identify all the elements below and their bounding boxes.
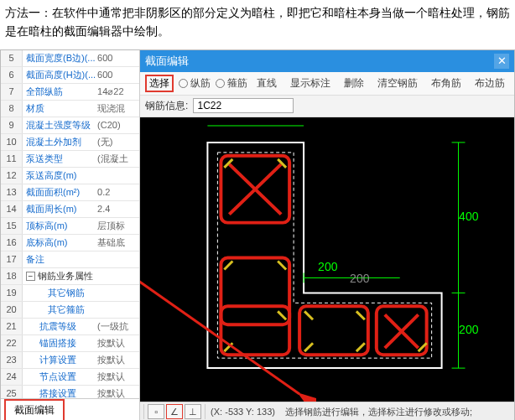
snap-ortho-icon[interactable]: ⊥ — [185, 404, 201, 419]
row-number: 14 — [1, 201, 23, 217]
property-row[interactable]: 21抗震等级(一级抗 — [1, 319, 139, 335]
property-name: 顶标高(m) — [23, 220, 96, 232]
rebar-info-input[interactable] — [193, 98, 294, 113]
property-row[interactable]: 23计算设置按默认 — [1, 352, 139, 369]
tab-section-edit[interactable]: 截面编辑 — [4, 399, 65, 420]
svg-line-14 — [278, 311, 286, 319]
property-value[interactable]: (无) — [96, 136, 139, 148]
property-value[interactable]: 14⌀22 — [96, 86, 139, 97]
bottom-tab-bar: 截面编辑 — [1, 398, 139, 420]
collapse-icon[interactable]: − — [26, 272, 35, 281]
property-row[interactable]: 16底标高(m)基础底 — [1, 235, 139, 251]
property-name: 泵送高度(m) — [23, 169, 96, 182]
property-value[interactable]: 按默认 — [96, 354, 139, 366]
property-value[interactable]: 2.4 — [96, 204, 139, 214]
svg-line-13 — [224, 343, 232, 351]
editor-infobar: 钢筋信息: — [140, 96, 514, 117]
svg-line-17 — [304, 343, 313, 351]
row-number: 8 — [1, 101, 23, 117]
property-row[interactable]: 22锚固搭接按默认 — [1, 335, 139, 352]
section-editor: 截面编辑 ✕ 选择 纵筋 箍筋 直线 显示标注 删除 清空钢筋 布角筋 布边筋 … — [140, 50, 514, 420]
property-row[interactable]: 17备注 — [1, 251, 139, 268]
row-number: 11 — [1, 151, 23, 167]
property-value[interactable]: (一级抗 — [96, 320, 139, 333]
row-number: 18 — [1, 268, 23, 284]
property-row[interactable]: 15顶标高(m)层顶标 — [1, 218, 139, 235]
property-row[interactable]: 14截面周长(m)2.4 — [1, 201, 139, 218]
radio-longitudinal[interactable]: 纵筋 — [179, 76, 211, 91]
property-name: 底标高(m) — [23, 236, 96, 249]
delete-tool[interactable]: 删除 — [340, 75, 368, 92]
close-icon[interactable]: ✕ — [494, 54, 509, 69]
edge-rebar-tool[interactable]: 布边筋 — [471, 75, 509, 92]
clear-rebar-tool[interactable]: 清空钢筋 — [373, 75, 422, 92]
line-tool[interactable]: 直线 — [252, 75, 281, 92]
dim-200-right: 200 — [459, 323, 478, 336]
property-value[interactable]: 600 — [96, 70, 139, 80]
property-name: 混凝土强度等级 — [23, 119, 96, 132]
property-name: 截面高度(H边)(... — [23, 69, 96, 81]
property-name: 计算设置 — [23, 354, 96, 366]
property-row[interactable]: 12泵送高度(m) — [1, 168, 139, 184]
dim-200-mid: 200 — [318, 260, 337, 273]
row-number: 23 — [1, 352, 23, 368]
status-coords: (X: -533 Y: 133) — [205, 407, 280, 417]
snap-tools: ▫ ∠ ⊥ — [143, 404, 205, 419]
property-row[interactable]: 9混凝土强度等级(C20) — [1, 117, 139, 134]
property-value[interactable]: 按默认 — [96, 371, 139, 383]
property-row[interactable]: 20其它箍筋 — [1, 302, 139, 319]
property-value[interactable]: 按默认 — [96, 337, 139, 350]
property-row[interactable]: 13截面面积(m²)0.2 — [1, 184, 139, 201]
property-value[interactable]: 现浇混 — [96, 102, 139, 115]
svg-line-15 — [304, 311, 313, 319]
row-number: 17 — [1, 251, 23, 267]
property-value[interactable]: 0.2 — [96, 187, 139, 197]
property-value[interactable]: 600 — [96, 53, 139, 63]
select-tool[interactable]: 选择 — [145, 75, 174, 92]
property-row[interactable]: 7全部纵筋14⌀22 — [1, 84, 139, 101]
editor-canvas[interactable]: 400 200 200 200 — [140, 117, 514, 402]
property-row[interactable]: 10混凝土外加剂(无) — [1, 134, 139, 151]
property-name: 锚固搭接 — [23, 337, 96, 350]
property-name: 截面面积(m²) — [23, 186, 96, 199]
snap-angle-icon[interactable]: ∠ — [166, 404, 183, 419]
property-name: 材质 — [23, 102, 96, 115]
row-number: 15 — [1, 218, 23, 234]
property-value[interactable]: 层顶标 — [96, 220, 139, 232]
property-row[interactable]: 5截面宽度(B边)(...600 — [1, 50, 139, 67]
snap-grid-icon[interactable]: ▫ — [148, 404, 164, 419]
property-sheet: 5截面宽度(B边)(...6006截面高度(H边)(...6007全部纵筋14⌀… — [1, 50, 139, 398]
property-value[interactable]: (混凝土 — [96, 153, 139, 165]
property-name: 备注 — [23, 253, 96, 266]
property-row[interactable]: 11泵送类型(混凝土 — [1, 151, 139, 168]
property-row[interactable]: 19其它钢筋 — [1, 285, 139, 302]
property-row[interactable]: 18−钢筋业务属性 — [1, 268, 139, 285]
property-value[interactable]: 按默认 — [96, 387, 139, 398]
svg-rect-1 — [221, 257, 289, 324]
dim-400: 400 — [459, 210, 478, 223]
radio-stirrup[interactable]: 箍筋 — [216, 76, 247, 91]
corner-rebar-tool[interactable]: 布角筋 — [427, 75, 466, 92]
property-name: 混凝土外加剂 — [23, 136, 96, 148]
property-name: 其它箍筋 — [23, 303, 96, 316]
property-row[interactable]: 8材质现浇混 — [1, 101, 139, 117]
row-number: 13 — [1, 184, 23, 200]
row-number: 6 — [1, 67, 23, 83]
row-number: 12 — [1, 168, 23, 184]
show-dim-tool[interactable]: 显示标注 — [286, 75, 335, 92]
property-name: 其它钢筋 — [23, 287, 96, 299]
property-name: 截面周长(m) — [23, 203, 96, 215]
property-row[interactable]: 25搭接设置按默认 — [1, 386, 139, 398]
property-name: 全部纵筋 — [23, 86, 96, 98]
row-number: 24 — [1, 369, 23, 385]
property-value[interactable]: 基础底 — [96, 236, 139, 249]
row-number: 16 — [1, 235, 23, 251]
editor-title: 截面编辑 — [145, 54, 189, 69]
property-name: 节点设置 — [23, 371, 96, 383]
status-message: 选择钢筋进行编辑，选择标注进行修改或移动; — [280, 406, 514, 418]
rebar-info-label: 钢筋信息: — [145, 99, 188, 113]
property-row[interactable]: 24节点设置按默认 — [1, 369, 139, 386]
property-value[interactable]: (C20) — [96, 120, 139, 130]
svg-line-18 — [356, 343, 365, 351]
property-row[interactable]: 6截面高度(H边)(...600 — [1, 67, 139, 84]
